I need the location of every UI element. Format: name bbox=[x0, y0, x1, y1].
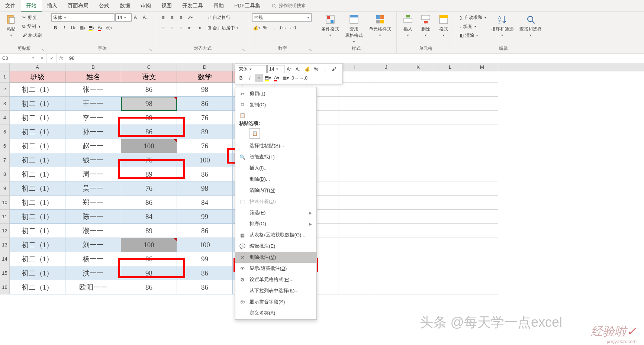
autosum-button[interactable]: ∑自动求和▾ bbox=[458, 13, 487, 22]
table-cell[interactable]: 100 bbox=[121, 139, 177, 153]
mini-percent-icon[interactable]: % bbox=[312, 65, 320, 73]
mini-increase-font-icon[interactable]: A↑ bbox=[285, 65, 293, 73]
row-header[interactable]: 8 bbox=[0, 167, 10, 181]
currency-icon[interactable]: 💰▾ bbox=[252, 24, 260, 32]
table-cell[interactable]: 初二（1） bbox=[10, 167, 65, 181]
table-cell[interactable]: 刘一一 bbox=[65, 238, 121, 252]
ctx-item[interactable]: 选择性粘贴(S)... bbox=[235, 140, 316, 151]
table-cell[interactable]: 濮一一 bbox=[65, 224, 121, 238]
select-all-corner[interactable] bbox=[0, 63, 10, 71]
table-cell[interactable]: 初二（1） bbox=[10, 238, 65, 252]
table-header[interactable]: 数学 bbox=[177, 71, 233, 83]
tab-PDF工具集[interactable]: PDF工具集 bbox=[229, 0, 265, 12]
row-header[interactable]: 5 bbox=[0, 125, 10, 139]
table-cell[interactable]: 84 bbox=[177, 196, 233, 210]
table-cell[interactable]: 86 bbox=[121, 252, 177, 266]
table-cell[interactable]: 76 bbox=[177, 111, 233, 125]
name-box[interactable]: C3▼ bbox=[0, 54, 37, 63]
mini-border-icon[interactable]: ▦▾ bbox=[281, 74, 290, 82]
table-cell[interactable]: 89 bbox=[177, 125, 233, 139]
clipboard-launcher[interactable]: ⤡ bbox=[41, 48, 44, 52]
mini-italic-icon[interactable]: I bbox=[246, 74, 254, 82]
table-cell[interactable]: 99 bbox=[177, 252, 233, 266]
copy-button[interactable]: ⧉复制▾ bbox=[21, 22, 43, 30]
underline-button[interactable]: U▾ bbox=[69, 24, 77, 32]
table-cell[interactable]: 孙一一 bbox=[65, 125, 121, 139]
tab-审阅[interactable]: 审阅 bbox=[135, 0, 156, 12]
table-cell[interactable]: 初二（1） bbox=[10, 210, 65, 224]
mini-size-select[interactable]: 14▼ bbox=[267, 65, 284, 73]
row-header[interactable]: 14 bbox=[0, 252, 10, 266]
ctx-item[interactable]: ⚙设置单元格格式(F)... bbox=[235, 274, 316, 285]
table-cell[interactable]: 初二（1） bbox=[10, 97, 65, 111]
table-header[interactable]: 语文 bbox=[121, 71, 177, 83]
mini-inc-dec-icon[interactable]: .0→ bbox=[290, 74, 299, 82]
table-cell[interactable]: 86 bbox=[177, 280, 233, 294]
font-size-select[interactable]: 14▼ bbox=[115, 13, 132, 22]
font-color-button[interactable]: A▾ bbox=[96, 24, 104, 32]
fill-button[interactable]: ↓填充▾ bbox=[458, 22, 487, 30]
table-cell[interactable]: 初二（1） bbox=[10, 111, 65, 125]
clear-button[interactable]: ◧清除▾ bbox=[458, 31, 487, 39]
table-cell[interactable]: 王一一 bbox=[65, 97, 121, 111]
ctx-item[interactable]: 💬编辑批注(E) bbox=[235, 241, 316, 252]
indent-inc-icon[interactable]: ⇥ bbox=[195, 24, 203, 32]
table-header[interactable]: 班级 bbox=[10, 71, 65, 83]
italic-button[interactable]: I bbox=[60, 24, 68, 32]
ctx-item[interactable]: 插入(I)... bbox=[235, 162, 316, 174]
table-cell[interactable]: 周一一 bbox=[65, 167, 121, 181]
ctx-item[interactable]: 🔍智能查找(L) bbox=[235, 151, 316, 162]
number-launcher[interactable]: ⤡ bbox=[309, 48, 312, 52]
table-cell[interactable]: 初二（1） bbox=[10, 196, 65, 210]
cond-format-button[interactable]: 条件格式▼ bbox=[319, 13, 341, 38]
table-cell[interactable]: 初二（1） bbox=[10, 181, 65, 196]
decrease-decimal-icon[interactable]: →.0 bbox=[288, 24, 296, 32]
increase-font-icon[interactable]: A↑ bbox=[132, 13, 141, 22]
tab-页面布局[interactable]: 页面布局 bbox=[62, 0, 94, 12]
ctx-item[interactable]: ✕删除批注(M) bbox=[235, 252, 316, 263]
insert-cells-button[interactable]: 插入▼ bbox=[400, 13, 416, 38]
ctx-item[interactable]: 👁显示/隐藏批注(O) bbox=[235, 263, 316, 274]
align-center-icon[interactable]: ≡ bbox=[168, 24, 176, 32]
tab-插入[interactable]: 插入 bbox=[42, 0, 62, 12]
table-cell[interactable]: 76 bbox=[177, 139, 233, 153]
tab-文件[interactable]: 文件 bbox=[0, 0, 21, 12]
fill-color-button[interactable]: ⬒▾ bbox=[87, 24, 95, 32]
row-header[interactable]: 10 bbox=[0, 196, 10, 210]
table-cell[interactable]: 89 bbox=[121, 167, 177, 181]
font-name-select[interactable]: 宋体▼ bbox=[51, 13, 115, 22]
row-header[interactable]: 9 bbox=[0, 181, 10, 196]
table-cell[interactable]: 钱一一 bbox=[65, 153, 121, 167]
align-left-icon[interactable]: ≡ bbox=[159, 24, 167, 32]
tell-me-search[interactable]: 操作说明搜索 bbox=[271, 0, 306, 12]
table-cell[interactable]: 100 bbox=[177, 238, 233, 252]
mini-brush-icon[interactable]: 🖌 bbox=[330, 65, 338, 73]
table-cell[interactable]: 86 bbox=[121, 125, 177, 139]
table-header[interactable]: 姓名 bbox=[65, 71, 121, 83]
tab-数据[interactable]: 数据 bbox=[115, 0, 135, 12]
align-top-icon[interactable]: ≡ bbox=[159, 13, 167, 22]
ctx-item[interactable]: 删除(D)... bbox=[235, 174, 316, 185]
table-cell[interactable]: 初二（1） bbox=[10, 139, 65, 153]
ctx-item[interactable]: 定义名称(A) bbox=[235, 307, 316, 319]
row-header[interactable]: 12 bbox=[0, 224, 10, 238]
row-header[interactable]: 4 bbox=[0, 111, 10, 125]
border-button[interactable]: ▦▾ bbox=[78, 24, 86, 32]
find-select-button[interactable]: 查找和选择▼ bbox=[517, 13, 544, 38]
number-format-select[interactable]: 常规▼ bbox=[252, 13, 312, 22]
table-cell[interactable]: 初二（1） bbox=[10, 153, 65, 167]
mini-fill-icon[interactable]: ⬒▾ bbox=[264, 74, 272, 82]
ctx-item[interactable]: 从下拉列表中选择(K)... bbox=[235, 285, 316, 296]
cut-button[interactable]: ✂剪切 bbox=[21, 13, 43, 22]
ctx-item[interactable]: 清除内容(N) bbox=[235, 185, 316, 196]
table-cell[interactable]: 86 bbox=[121, 196, 177, 210]
mini-font-select[interactable]: 宋体▼ bbox=[237, 65, 267, 73]
table-cell[interactable]: 86 bbox=[177, 97, 233, 111]
col-header-M[interactable]: M bbox=[466, 63, 498, 71]
table-cell[interactable]: 86 bbox=[121, 83, 177, 97]
table-cell[interactable]: 98 bbox=[177, 181, 233, 196]
merge-center-button[interactable]: ⊞合并后居中▾ bbox=[206, 24, 239, 32]
ctx-item[interactable]: ㊥显示拼音字段(S) bbox=[235, 296, 316, 307]
wrap-text-button[interactable]: ↲自动换行 bbox=[206, 13, 239, 22]
table-cell[interactable]: 86 bbox=[177, 266, 233, 280]
